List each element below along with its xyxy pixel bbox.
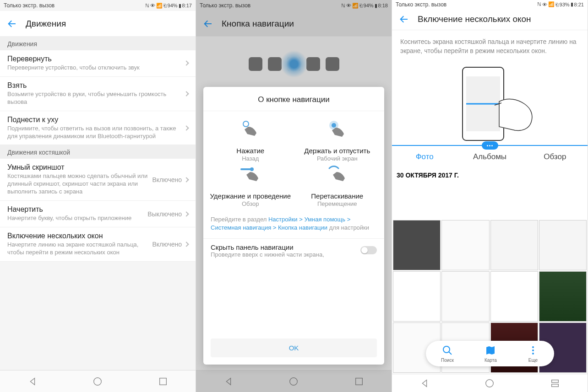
chevron-right-icon bbox=[184, 125, 189, 130]
screen-multi-window: Только экстр. вызов ℕ 👁 📶 ⎗ 93% ▮ 8:21 В… bbox=[392, 0, 588, 392]
drag-icon bbox=[326, 164, 348, 187]
tab-overview[interactable]: Обзор bbox=[523, 146, 588, 168]
wifi-icon: 📶 bbox=[548, 1, 555, 7]
back-arrow-icon bbox=[6, 18, 17, 29]
clock-text: 8:17 bbox=[182, 3, 192, 8]
carrier-text: Только экстр. вызов bbox=[4, 2, 54, 9]
hide-nav-toggle-row: Скрыть панель навигации Проведите вверх … bbox=[203, 238, 384, 261]
nav-back-icon[interactable] bbox=[27, 376, 38, 387]
item-title: Взять bbox=[7, 81, 185, 90]
toggle-switch[interactable] bbox=[360, 246, 377, 254]
item-title: Перевернуть bbox=[7, 55, 185, 63]
svg-point-4 bbox=[332, 123, 336, 128]
setting-pickup[interactable]: Взять Возьмите устройство в руки, чтобы … bbox=[0, 77, 196, 111]
more-action[interactable]: Еще bbox=[528, 345, 539, 363]
gesture-tap: Нажатие Назад bbox=[208, 118, 293, 162]
battery-icon: ▮ bbox=[179, 3, 181, 9]
toggle-sub: Проведите вверх с нижней части экрана, bbox=[211, 251, 377, 258]
svg-point-14 bbox=[532, 349, 534, 351]
setting-smart-screenshot[interactable]: Умный скриншот Костяшками пальцев можно … bbox=[0, 159, 196, 201]
chevron-right-icon bbox=[184, 91, 189, 96]
gesture-sub: Назад bbox=[208, 155, 293, 162]
chevron-right-icon bbox=[184, 177, 189, 182]
thumbnail[interactable] bbox=[539, 220, 587, 270]
nav-bar bbox=[392, 374, 588, 392]
item-title: Включение нескольких окон bbox=[7, 232, 152, 240]
nav-recent-icon[interactable] bbox=[158, 376, 168, 387]
thumbnail[interactable] bbox=[441, 271, 489, 322]
svg-rect-18 bbox=[551, 384, 558, 387]
gesture-drag: Перетаскивание Перемещение bbox=[295, 164, 380, 207]
chevron-right-icon bbox=[184, 61, 189, 66]
page-title: Движения bbox=[26, 19, 66, 29]
nav-split-icon[interactable] bbox=[550, 378, 560, 388]
item-title: Поднести к уху bbox=[7, 116, 185, 124]
back-button[interactable] bbox=[5, 17, 18, 30]
thumbnail[interactable] bbox=[539, 271, 587, 322]
item-sub: Костяшками пальцев можно сделать обычный… bbox=[7, 172, 152, 196]
item-title: Начертить bbox=[7, 205, 147, 214]
thumbnail[interactable] bbox=[441, 220, 489, 270]
thumbnail[interactable] bbox=[393, 271, 441, 322]
thumbnail[interactable] bbox=[490, 271, 538, 322]
section-header: Движения bbox=[0, 37, 196, 50]
screen-nav-button: Только экстр. вызов ℕ 👁 📶 ⎗ 94% ▮ 8:18 К… bbox=[196, 0, 392, 392]
item-sub: Переверните устройство, чтобы отключить … bbox=[7, 64, 185, 72]
gesture-title: Перетаскивание bbox=[295, 192, 380, 200]
thumbnail[interactable] bbox=[490, 220, 538, 270]
item-sub: Возьмите устройство в руки, чтобы уменьш… bbox=[7, 91, 185, 106]
gallery-tabs: Фото Альбомы Обзор bbox=[392, 145, 588, 168]
search-icon bbox=[442, 345, 453, 356]
item-sub: Поднимите, чтобы ответить на вызов или п… bbox=[7, 125, 185, 140]
page-title: Включение нескольких окон bbox=[418, 14, 531, 24]
hold-icon bbox=[326, 118, 348, 141]
gesture-hold-swipe: Удержание и проведение Обзор bbox=[208, 164, 293, 207]
svg-point-15 bbox=[532, 353, 534, 354]
thumbnail[interactable] bbox=[393, 220, 441, 270]
battery-percent: 94% bbox=[168, 3, 178, 8]
bottom-action-bar: Поиск Карта Еще bbox=[426, 341, 554, 366]
setting-raise-ear[interactable]: Поднести к уху Поднимите, чтобы ответить… bbox=[0, 111, 196, 145]
search-action[interactable]: Поиск bbox=[441, 345, 454, 363]
data-icon: ⎗ bbox=[163, 3, 167, 8]
map-action[interactable]: Карта bbox=[485, 345, 497, 363]
toggle-title: Скрыть панель навигации bbox=[211, 243, 377, 251]
eye-icon: 👁 bbox=[150, 3, 155, 8]
nfc-icon: ℕ bbox=[145, 3, 149, 9]
battery-percent: 93% bbox=[560, 2, 570, 7]
svg-point-5 bbox=[250, 167, 254, 171]
nav-back-icon[interactable] bbox=[419, 378, 430, 388]
modal-title: О кнопке навигации bbox=[203, 87, 384, 111]
split-handle[interactable] bbox=[482, 141, 498, 150]
swipe-icon bbox=[239, 164, 262, 187]
map-icon bbox=[485, 345, 496, 356]
gesture-hold-release: Держать и отпустить Рабочий экран bbox=[295, 118, 380, 162]
back-arrow-icon bbox=[398, 14, 409, 25]
nav-home-icon[interactable] bbox=[93, 376, 103, 387]
svg-rect-1 bbox=[159, 378, 166, 385]
clock-text: 8:21 bbox=[574, 2, 584, 7]
item-value: Включено bbox=[152, 176, 182, 183]
nav-home-icon[interactable] bbox=[485, 378, 495, 388]
gesture-title: Держать и отпустить bbox=[295, 147, 380, 155]
svg-line-12 bbox=[449, 352, 452, 354]
tap-icon bbox=[239, 118, 262, 141]
wifi-icon: 📶 bbox=[156, 3, 163, 9]
gesture-sub: Перемещение bbox=[295, 200, 380, 207]
nfc-icon: ℕ bbox=[537, 1, 541, 7]
item-sub: Начертите линию на экране костяшкой паль… bbox=[7, 241, 152, 257]
ok-button[interactable]: OK bbox=[211, 338, 377, 357]
status-bar: Только экстр. вызов ℕ 👁 📶 ⎗ 94% ▮ 8:17 bbox=[0, 0, 196, 11]
item-sub: Начертите букву, чтобы открыть приложени… bbox=[7, 215, 147, 222]
gesture-sub: Рабочий экран bbox=[295, 155, 380, 162]
setting-multi-window[interactable]: Включение нескольких окон Начертите лини… bbox=[0, 227, 196, 262]
setting-draw[interactable]: Начертить Начертите букву, чтобы открыть… bbox=[0, 201, 196, 227]
battery-icon: ▮ bbox=[571, 1, 573, 7]
modal-hint: Перейдите в раздел Настройки > Умная пом… bbox=[203, 211, 384, 238]
item-value: Выключено bbox=[147, 210, 182, 218]
eye-icon: 👁 bbox=[542, 2, 547, 7]
tab-photos[interactable]: Фото bbox=[392, 146, 457, 168]
setting-flip[interactable]: Перевернуть Переверните устройство, чтоб… bbox=[0, 50, 196, 77]
back-button[interactable] bbox=[397, 13, 410, 26]
section-header: Движения костяшкой bbox=[0, 145, 196, 159]
